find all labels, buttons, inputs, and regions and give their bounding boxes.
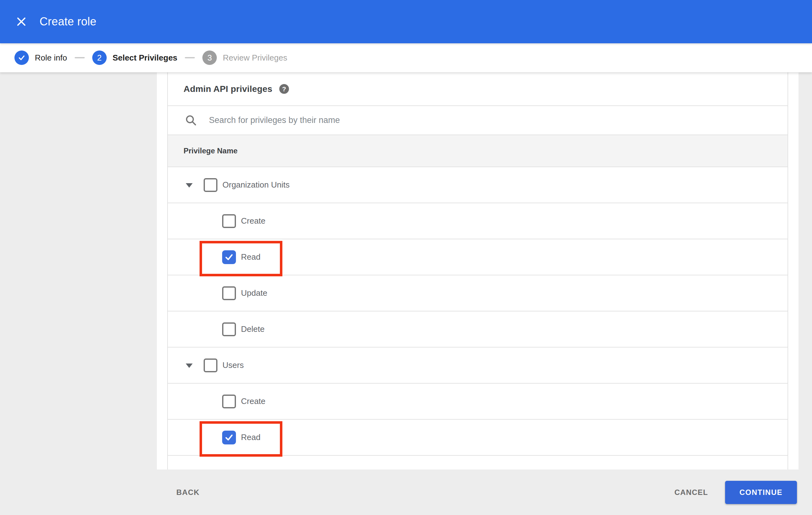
privilege-row[interactable]: Update — [168, 275, 787, 311]
privilege-checkbox[interactable] — [222, 431, 236, 445]
step-3-number: 3 — [202, 51, 217, 65]
privilege-row[interactable]: Create — [168, 384, 787, 420]
step-connector — [185, 57, 195, 58]
continue-button[interactable]: CONTINUE — [725, 481, 797, 504]
privilege-checkbox[interactable] — [222, 214, 236, 228]
content-area: Admin API privileges ? Privilege Name Or… — [0, 72, 812, 469]
close-x-glyph — [15, 16, 28, 28]
privilege-rows: Organization Units Create Read Update — [168, 167, 787, 456]
privilege-row[interactable]: Read — [168, 239, 787, 275]
privilege-label: Create — [241, 216, 265, 226]
dialog-title: Create role — [39, 15, 96, 28]
privilege-checkbox[interactable] — [222, 250, 236, 264]
privilege-checkbox[interactable] — [222, 286, 236, 300]
privilege-checkbox[interactable] — [204, 359, 218, 372]
create-role-dialog: Create role Role info 2 Select Privilege… — [0, 0, 812, 515]
privilege-label: Update — [241, 288, 267, 298]
privilege-row[interactable]: Create — [168, 203, 787, 239]
footer-bar: BACK CANCEL CONTINUE — [0, 469, 812, 515]
table-header-label: Privilege Name — [183, 147, 237, 155]
left-panel — [0, 72, 157, 469]
search-icon — [185, 115, 197, 126]
step-1-check-icon — [14, 51, 29, 65]
step-connector — [75, 57, 85, 58]
privilege-label: Delete — [241, 324, 264, 334]
stepper: Role info 2 Select Privileges 3 Review P… — [0, 43, 812, 72]
section-header: Admin API privileges ? — [168, 72, 787, 106]
app-bar: Create role — [0, 0, 812, 43]
privilege-row[interactable]: Read — [168, 420, 787, 456]
privilege-label: Organization Units — [223, 180, 290, 190]
privilege-label: Create — [241, 396, 265, 406]
privilege-checkbox[interactable] — [204, 178, 218, 192]
back-button[interactable]: BACK — [176, 488, 200, 497]
privileges-card: Admin API privileges ? Privilege Name Or… — [167, 72, 788, 469]
privilege-row[interactable]: Delete — [168, 311, 787, 347]
step-2-number: 2 — [92, 51, 107, 65]
table-header: Privilege Name — [168, 135, 787, 167]
step-1-label: Role info — [35, 53, 67, 63]
step-select-privileges[interactable]: 2 Select Privileges — [92, 51, 178, 65]
step-role-info[interactable]: Role info — [14, 51, 67, 65]
privilege-label: Read — [241, 432, 260, 442]
close-icon[interactable] — [14, 15, 28, 29]
privilege-checkbox[interactable] — [222, 323, 236, 336]
section-title: Admin API privileges — [183, 84, 272, 94]
checkmark-icon — [224, 432, 234, 443]
step-review-privileges[interactable]: 3 Review Privileges — [202, 51, 287, 65]
cancel-button[interactable]: CANCEL — [674, 488, 708, 497]
expand-arrow-icon[interactable] — [186, 364, 193, 368]
right-gutter — [799, 72, 812, 469]
privilege-row[interactable]: Users — [168, 347, 787, 384]
search-input[interactable] — [208, 115, 679, 125]
help-icon[interactable]: ? — [279, 84, 289, 94]
step-2-label: Select Privileges — [113, 53, 178, 63]
privilege-row[interactable]: Organization Units — [168, 167, 787, 203]
step-3-label: Review Privileges — [223, 53, 287, 63]
search-row — [168, 106, 787, 135]
checkmark-icon — [224, 252, 234, 262]
privilege-label: Read — [241, 252, 260, 262]
privilege-label: Users — [223, 360, 244, 370]
expand-arrow-icon[interactable] — [186, 183, 193, 187]
privilege-checkbox[interactable] — [222, 395, 236, 408]
